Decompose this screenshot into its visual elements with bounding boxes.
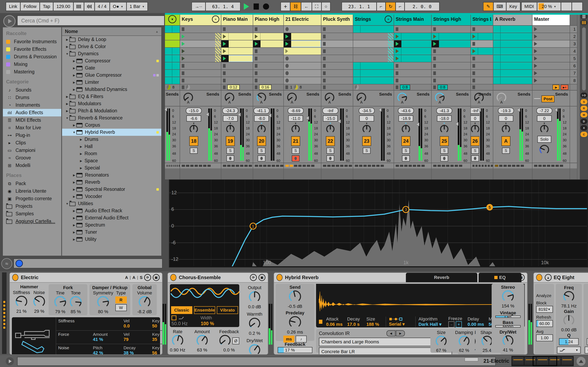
stiffness-vel-field[interactable]: 0.0 bbox=[123, 323, 152, 329]
mixer-toggle-icon[interactable] bbox=[580, 20, 588, 25]
volume-fader-handle[interactable] bbox=[338, 119, 341, 123]
hot-swap-a2[interactable]: A bbox=[132, 275, 135, 280]
clip-launch-button[interactable] bbox=[432, 33, 439, 40]
clip-slot[interactable] bbox=[394, 55, 431, 62]
sidebar-item-mixing[interactable]: Mixing bbox=[3, 60, 61, 68]
arm-button[interactable] bbox=[471, 155, 479, 161]
arm-button[interactable] bbox=[327, 155, 334, 161]
overdub-button[interactable]: + bbox=[281, 2, 290, 11]
noise-decay-field[interactable]: 38 % bbox=[123, 350, 152, 355]
band1-gain-knob[interactable] bbox=[563, 314, 575, 327]
tree-item-room[interactable]: ▶Room bbox=[62, 150, 161, 157]
clip-launch-button[interactable] bbox=[471, 48, 478, 55]
shape-knob[interactable] bbox=[481, 335, 493, 348]
expand-icon[interactable]: ▶ bbox=[79, 152, 83, 155]
clip-slot[interactable] bbox=[471, 70, 493, 77]
peak-level-field[interactable]: -19.3 bbox=[498, 108, 514, 114]
clip-stop-button[interactable] bbox=[182, 71, 184, 75]
clip-stop-button[interactable] bbox=[223, 64, 226, 68]
automation-arm-button[interactable]: ⛓ bbox=[290, 2, 301, 11]
clip-stop-button[interactable] bbox=[396, 64, 398, 68]
volume-fader-handle[interactable] bbox=[379, 108, 381, 112]
track-activator-button[interactable]: 19 bbox=[226, 136, 235, 146]
solo-button[interactable]: S bbox=[292, 148, 300, 154]
slot-record-button[interactable] bbox=[285, 64, 289, 68]
midi-map-button[interactable]: MIDI bbox=[521, 2, 537, 11]
clip-slot[interactable] bbox=[253, 40, 283, 48]
device-view-fold-button[interactable] bbox=[577, 357, 586, 366]
pan-knob[interactable]: ▼ bbox=[326, 122, 335, 134]
force-amount-field[interactable]: 41 % bbox=[93, 337, 123, 342]
clip-stop-button[interactable] bbox=[433, 49, 436, 53]
volume-fader-handle[interactable] bbox=[206, 113, 209, 116]
sidebar-item-libreria-utente[interactable]: ◉Libreria Utente bbox=[3, 187, 61, 195]
tree-column-header[interactable]: Nome▲ bbox=[62, 27, 161, 36]
device-on-button[interactable] bbox=[12, 274, 18, 281]
clip-launch-button[interactable] bbox=[471, 33, 478, 40]
expand-icon[interactable]: ▶ bbox=[72, 174, 76, 177]
bass-mono-switch[interactable]: Mono bbox=[495, 325, 521, 327]
sidebar-item-favorite-instruments[interactable]: Favorite Instruments bbox=[3, 38, 61, 45]
clip-slot[interactable] bbox=[432, 77, 470, 84]
key-map-button[interactable]: Key bbox=[506, 2, 520, 11]
clip-slot[interactable] bbox=[284, 33, 321, 40]
clip-stop-button[interactable] bbox=[255, 79, 258, 82]
mode-ensemble-button[interactable]: Ensemble bbox=[194, 306, 215, 314]
slot-record-button[interactable] bbox=[285, 27, 289, 31]
clip-launch-button[interactable] bbox=[221, 33, 229, 40]
pan-knob[interactable]: ▼ bbox=[291, 122, 300, 134]
clip-slot[interactable] bbox=[532, 70, 570, 77]
clip-launch-button[interactable] bbox=[432, 40, 439, 47]
clip-stop-button[interactable] bbox=[223, 79, 226, 82]
volume-fader-handle[interactable] bbox=[238, 113, 241, 117]
clip-slot[interactable] bbox=[165, 26, 180, 33]
slot-record-button[interactable] bbox=[285, 78, 289, 83]
clip-stop-button[interactable] bbox=[472, 79, 475, 82]
expand-icon[interactable]: ▶ bbox=[72, 216, 76, 220]
clip-slot[interactable] bbox=[253, 33, 283, 40]
sidebar-item-mastering[interactable]: Mastering bbox=[3, 68, 61, 76]
clip-slot[interactable] bbox=[284, 55, 321, 62]
clip-stop-button[interactable] bbox=[433, 79, 436, 82]
expand-icon[interactable]: ▶ bbox=[72, 88, 76, 91]
groove-pool-button[interactable]: ≈ bbox=[1, 258, 12, 269]
damp-knob[interactable] bbox=[458, 335, 470, 348]
clip-slot[interactable] bbox=[353, 33, 394, 40]
scene-launch-button[interactable] bbox=[534, 64, 537, 68]
clip-slot[interactable] bbox=[394, 40, 431, 48]
tree-item-eq-filters[interactable]: ▶EQ & Filters bbox=[62, 93, 161, 100]
clip-launch-button[interactable] bbox=[253, 33, 260, 40]
track-menu-icon[interactable]: ≡ bbox=[385, 16, 392, 23]
group-play-icon[interactable] bbox=[182, 49, 185, 53]
back-to-arrangement-button[interactable]: ← bbox=[301, 2, 312, 11]
stop-all-track-clips-button[interactable] bbox=[285, 85, 288, 89]
follow-button[interactable]: Follow bbox=[20, 2, 40, 11]
tree-item-hybrid-reverb[interactable]: ▼Hybrid Reverb bbox=[62, 129, 161, 136]
clip-stop-button[interactable] bbox=[255, 64, 258, 68]
refresh-field[interactable]: 60.00 bbox=[536, 320, 553, 327]
clip-slot[interactable] bbox=[493, 48, 532, 55]
collapse-icon[interactable]: ▼ bbox=[65, 117, 69, 120]
clip-launch-button[interactable] bbox=[493, 55, 501, 62]
solo-button[interactable]: S bbox=[258, 148, 265, 154]
hpf-freq-field[interactable]: 50.0 Hz bbox=[172, 321, 188, 326]
track-activator-button[interactable]: 25 bbox=[440, 136, 449, 146]
expand-icon[interactable]: ▶ bbox=[72, 209, 76, 212]
width-field[interactable]: 100 % bbox=[201, 321, 214, 326]
pan-knob[interactable]: ▼ bbox=[226, 122, 235, 134]
track-header-keys-fold[interactable]: ▼ bbox=[165, 13, 180, 26]
clip-slot[interactable] bbox=[221, 77, 253, 84]
clip-launch-button[interactable] bbox=[394, 48, 401, 55]
clip-slot[interactable] bbox=[253, 48, 283, 55]
tone-knob[interactable] bbox=[69, 296, 82, 309]
hybrid-reverb-eq-display[interactable]: 1351260-6-121001k10k bbox=[169, 179, 588, 267]
strip-button-x[interactable]: X bbox=[580, 125, 587, 131]
clip-launch-button[interactable] bbox=[221, 40, 229, 47]
scene-launch-button[interactable] bbox=[534, 57, 537, 60]
stop-all-clips-button[interactable]: ▶≡ bbox=[561, 85, 568, 90]
band2-type-menu[interactable]: ▼ bbox=[585, 347, 588, 354]
feedback-slider[interactable]: 17 % bbox=[278, 347, 312, 353]
clip-slot[interactable] bbox=[394, 70, 431, 77]
expand-icon[interactable]: ▶ bbox=[72, 81, 76, 84]
clip-launch-button[interactable] bbox=[253, 40, 260, 47]
